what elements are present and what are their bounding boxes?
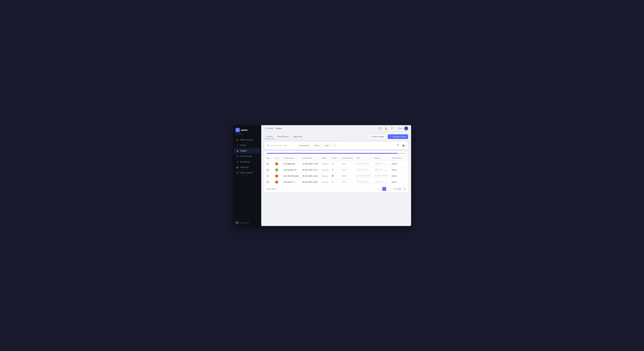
row-expand-button[interactable]: ›	[406, 181, 406, 183]
list-icon: ≡	[236, 144, 239, 146]
breadcrumb-separator: /	[274, 127, 274, 129]
content-area: Clusters Virtual Clusters Edge Hosts ⬇ I…	[261, 132, 411, 226]
import-icon: ⬇	[370, 136, 372, 138]
cell-cpu: 2.17 CPUs / 48 CPUs	[355, 173, 373, 179]
health-dot-healthy	[332, 175, 333, 177]
sidebar-item-project-overview[interactable]: ⊞ Project Overview	[234, 137, 260, 142]
filter-chips: Environment ▾ Status ▾ Tags ▾ ⚡	[298, 144, 338, 147]
row-expand-button[interactable]: ›	[406, 175, 406, 177]
cell-env: V	[274, 167, 282, 173]
export-button[interactable]: 📤	[402, 143, 406, 148]
cell-memory: 0 Gb / 0 Gb	[373, 179, 390, 185]
breadcrumb-workspace-icon: ⊟	[264, 127, 266, 130]
vm-type-icon	[266, 175, 269, 177]
sidebar-logo: P palette	[233, 125, 261, 133]
health-dot-unknown	[332, 169, 333, 171]
cell-cluster-name: vmo-main-*** ⎘	[282, 179, 301, 185]
chat-icon-button[interactable]: 💬	[378, 126, 382, 130]
tab-edge-hosts[interactable]: Edge Hosts	[291, 134, 304, 139]
cell-status: Unknown	[320, 161, 330, 167]
add-new-cluster-button[interactable]: ＋ Add New Cluster	[388, 134, 408, 139]
cell-type	[264, 161, 274, 167]
search-bar-container: 🔍 Environment ▾ Status ▾ Tags ▾	[264, 141, 408, 149]
search-icon: 🔍	[267, 144, 269, 146]
topbar: ⊟ Default / Clusters 💬 🔔 ❓ 📄 Docs 👤	[261, 125, 411, 132]
user-avatar[interactable]: 👤	[404, 126, 408, 130]
memory-bar: 0 Gb / 0 Gb	[374, 163, 388, 165]
help-icon-button[interactable]: ❓	[390, 126, 394, 130]
env-badge-vsphere: V	[275, 168, 278, 171]
tags-filter[interactable]: Tags ▾	[323, 144, 331, 147]
memory-bar: 30.14 Gb / 3,181 Gb	[374, 175, 388, 177]
cell-action: ›	[404, 179, 408, 185]
breadcrumb: ⊟ Default / Clusters	[264, 127, 282, 130]
tabs-row: Clusters Virtual Clusters Edge Hosts ⬇ I…	[264, 134, 408, 139]
vm-type-icon	[266, 181, 269, 183]
cell-health	[330, 173, 340, 179]
footer-brand: S spectro cloud	[236, 221, 249, 224]
cell-architecture: AMD64	[390, 167, 404, 173]
import-cluster-button[interactable]: ⬇ Import Cluster	[368, 134, 386, 139]
tab-virtual-clusters[interactable]: Virtual Clusters	[275, 134, 291, 139]
app-container: P palette 4.6.0-25D08 ⊞ Project Overview…	[233, 125, 411, 226]
row-expand-button[interactable]: ›	[406, 163, 406, 165]
sort-icon: ⇅	[294, 157, 296, 159]
per-page-select[interactable]: 25 / page 50 / page 100 / page	[392, 187, 406, 191]
col-actions	[404, 156, 408, 161]
sidebar-item-clusters[interactable]: ≣ Clusters	[234, 148, 260, 153]
total-cpu-bar	[266, 153, 398, 154]
cell-architecture: AMD64	[390, 179, 404, 185]
table-row[interactable]: V vmo-45c-03-cluster 09 Jan 2025, 18:18 …	[264, 173, 408, 179]
col-health: Health ⇅	[330, 156, 340, 161]
column-settings-icon[interactable]: ⚙	[400, 157, 402, 159]
health-dot-unknown	[332, 181, 333, 183]
chevron-down-icon: ▾	[309, 145, 310, 146]
cluster-copy-icon[interactable]: ⎘	[295, 181, 296, 183]
chevron-down-icon: ▾	[329, 145, 330, 146]
table-row[interactable]: V vm-migrate-06 27 Nov 2024, 07:39 Unkno…	[264, 161, 408, 167]
cell-type	[264, 179, 274, 185]
workspaces-icon: ⊙	[236, 161, 239, 163]
cell-status: Unknown	[320, 179, 330, 185]
notifications-icon-button[interactable]: 🔔	[384, 126, 388, 130]
sidebar-item-audit-logs[interactable]: ▦ Audit Logs	[234, 165, 260, 170]
sidebar-item-cluster-groups[interactable]: ⊞ Cluster Groups	[234, 154, 260, 159]
logo-icon: P	[236, 128, 240, 132]
status-filter[interactable]: Status ▾	[313, 144, 322, 147]
cpu-bar: 0 CPUs / 0 CPUs	[357, 163, 371, 165]
sidebar-item-project-settings[interactable]: ⚙ Project Settings	[234, 170, 260, 175]
cpu-bar: 0 CPUs / 0 CPUs	[357, 169, 371, 171]
vm-type-icon	[266, 169, 269, 171]
cell-cluster-name: vm-migrate-06	[282, 161, 301, 167]
docs-link[interactable]: 📄 Docs	[396, 127, 402, 129]
page-1-button[interactable]: 1	[382, 187, 386, 191]
docs-icon: 📄	[396, 127, 398, 129]
cell-type	[264, 173, 274, 179]
cpu-bar: 0 CPUs / 0 CPUs	[357, 181, 371, 183]
row-expand-button[interactable]: ›	[406, 169, 406, 171]
tab-clusters[interactable]: Clusters	[264, 134, 275, 139]
sidebar-item-workspaces[interactable]: ⊙ Workspaces	[234, 159, 260, 164]
filter-options-button[interactable]: ⚡	[332, 144, 338, 147]
sidebar-collapse-button[interactable]: ‹	[258, 222, 259, 224]
env-badge-vmware: V	[275, 181, 278, 184]
table-row[interactable]: V vmo-main-*** ⎘ 30 Oct 2024, 04:04	[264, 179, 408, 185]
pagination-row: Total 4 items ‹ 1 › 25 / page 50 / page …	[264, 185, 408, 193]
col-last-modified: Last Modified ⇅	[300, 156, 320, 161]
chevron-down-icon: ▾	[320, 145, 320, 146]
sort-icon: ⇅	[270, 157, 272, 159]
next-page-button[interactable]: ›	[387, 187, 391, 191]
sidebar-item-profiles[interactable]: ≡ Profiles	[234, 143, 260, 148]
search-input[interactable]	[270, 144, 296, 146]
table-header-row: Type ⇅ Env ⇅ Cluster Name ⇅	[264, 156, 408, 161]
map-view-button[interactable]: 📍	[396, 143, 400, 148]
table-row[interactable]: V vm0-vmware-01 06 Dec 2024, 12:17 Unkno…	[264, 167, 408, 173]
topbar-actions: 💬 🔔 ❓ 📄 Docs 👤	[378, 126, 408, 130]
col-memory: Memory	[373, 156, 390, 161]
prev-page-button[interactable]: ‹	[377, 187, 381, 191]
cell-type	[264, 167, 274, 173]
environment-filter[interactable]: Environment ▾	[298, 144, 312, 147]
cell-status: Running	[320, 173, 330, 179]
cpu-cores-label: 48 Cores	[399, 152, 406, 154]
tabs: Clusters Virtual Clusters Edge Hosts	[264, 134, 304, 139]
